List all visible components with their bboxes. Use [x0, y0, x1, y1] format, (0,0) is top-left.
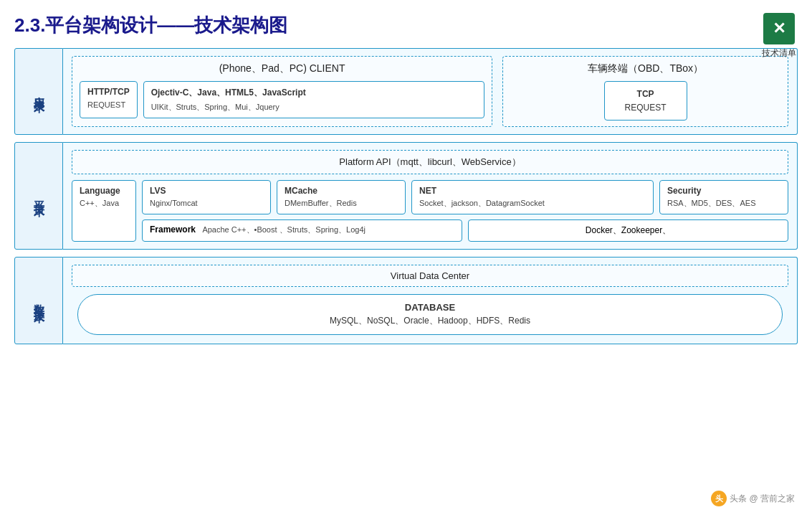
- net-box: NET Socket、jackson、DatagramSocket: [411, 180, 654, 214]
- security-label: Security: [667, 186, 780, 196]
- language-box: Language C++、Java: [72, 180, 136, 242]
- language-label: Language: [80, 186, 128, 196]
- page-title: 2.3.平台架构设计——技术架构图: [14, 13, 798, 38]
- mcache-sub: DMemBuffer、Redis: [285, 199, 357, 207]
- client-section-title: (Phone、Pad、PC) CLIENT: [80, 62, 484, 75]
- platform-api-bar: Platform API（mqtt、libcurl、WebService）: [72, 150, 788, 174]
- client-tech-line2: UIKit、Struts、Spring、Mui、Jquery: [151, 103, 280, 111]
- page: 2.3.平台架构设计——技术架构图 ✕ 技术清单 应用技术 (Phone、Pad…: [0, 0, 812, 515]
- database-layer-label: 数据库技术: [14, 257, 63, 344]
- lvs-label: LVS: [150, 186, 263, 196]
- excel-icon: ✕: [763, 13, 795, 44]
- client-section-inner: HTTP/TCP REQUEST Ojectiv-C、Java、HTML5、Ja…: [80, 81, 484, 118]
- main-container: 应用技术 (Phone、Pad、PC) CLIENT HTTP/TCP REQU…: [14, 48, 798, 344]
- db-title: DATABASE: [92, 302, 768, 313]
- database-layer-row: 数据库技术 Virtual Data Center DATABASE MySQL…: [14, 257, 798, 344]
- platform-layer-content: Platform API（mqtt、libcurl、WebService） La…: [63, 142, 798, 250]
- vehicle-box-sub: REQUEST: [625, 103, 667, 113]
- vehicle-section-title: 车辆终端（OBD、TBox）: [510, 62, 780, 75]
- platform-grid: Language C++、Java LVS Nginx/Tomcat: [72, 180, 788, 242]
- lvs-sub: Nginx/Tomcat: [150, 199, 198, 207]
- watermark: 头 头条 @ 营前之家: [711, 491, 795, 506]
- db-sub: MySQL、NoSQL、Oracle、Hadoop、HDFS、Redis: [92, 315, 768, 327]
- vehicle-box: TCP REQUEST: [604, 81, 687, 121]
- docker-text: Docker、Zookeeper、: [586, 225, 671, 237]
- language-sub: C++、Java: [80, 199, 119, 207]
- mcache-box: MCache DMemBuffer、Redis: [277, 180, 406, 214]
- platform-layer-label: 平台技术: [14, 142, 63, 250]
- http-tcp-label: HTTP/TCP: [87, 87, 130, 97]
- http-tcp-sub: REQUEST: [87, 100, 125, 109]
- mcache-label: MCache: [285, 186, 398, 196]
- watermark-text: 头条 @ 营前之家: [730, 493, 795, 505]
- client-tech-box: Ojectiv-C、Java、HTML5、JavaScript UIKit、St…: [143, 81, 485, 118]
- vehicle-box-label: TCP: [625, 89, 667, 99]
- security-box: Security RSA、MD5、DES、AES: [659, 180, 788, 214]
- client-tech-line1: Ojectiv-C、Java、HTML5、JavaScript: [151, 87, 477, 99]
- vdc-bar: Virtual Data Center: [72, 265, 788, 287]
- app-layer-row: 应用技术 (Phone、Pad、PC) CLIENT HTTP/TCP REQU…: [14, 48, 798, 135]
- watermark-icon: 头: [711, 491, 727, 506]
- platform-right-top: LVS Nginx/Tomcat MCache DMemBuffer、Redis…: [142, 180, 788, 214]
- framework-box: Framework Apache C++、•Boost 、Struts、Spri…: [142, 219, 462, 242]
- db-oval-box: DATABASE MySQL、NoSQL、Oracle、Hadoop、HDFS、…: [77, 294, 783, 335]
- app-layer-content: (Phone、Pad、PC) CLIENT HTTP/TCP REQUEST O…: [63, 48, 798, 135]
- platform-right-group: LVS Nginx/Tomcat MCache DMemBuffer、Redis…: [142, 180, 788, 242]
- platform-inner: Platform API（mqtt、libcurl、WebService） La…: [72, 150, 788, 242]
- http-tcp-box: HTTP/TCP REQUEST: [80, 81, 138, 118]
- platform-layer-row: 平台技术 Platform API（mqtt、libcurl、WebServic…: [14, 142, 798, 250]
- app-inner: (Phone、Pad、PC) CLIENT HTTP/TCP REQUEST O…: [72, 56, 788, 127]
- database-layer-content: Virtual Data Center DATABASE MySQL、NoSQL…: [63, 257, 798, 344]
- db-inner: Virtual Data Center DATABASE MySQL、NoSQL…: [72, 265, 788, 336]
- platform-right-bottom: Framework Apache C++、•Boost 、Struts、Spri…: [142, 219, 788, 242]
- docker-box: Docker、Zookeeper、: [468, 219, 788, 242]
- lvs-box: LVS Nginx/Tomcat: [142, 180, 271, 214]
- net-label: NET: [419, 186, 646, 196]
- security-sub: RSA、MD5、DES、AES: [667, 199, 755, 207]
- excel-label: 技术清单: [762, 47, 796, 60]
- excel-icon-area: ✕ 技术清单: [762, 13, 796, 60]
- framework-label: Framework: [150, 225, 196, 235]
- app-layer-label: 应用技术: [14, 48, 63, 135]
- net-sub: Socket、jackson、DatagramSocket: [419, 199, 545, 207]
- vehicle-section: 车辆终端（OBD、TBox） TCP REQUEST: [502, 56, 788, 127]
- framework-sub: Apache C++、•Boost 、Struts、Spring、Log4j: [202, 225, 366, 234]
- client-section: (Phone、Pad、PC) CLIENT HTTP/TCP REQUEST O…: [72, 56, 492, 127]
